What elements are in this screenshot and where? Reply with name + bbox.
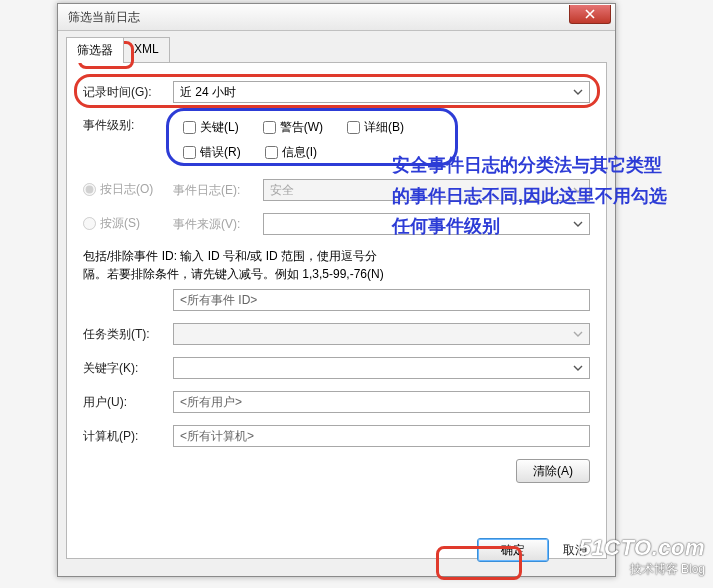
row-time: 记录时间(G): 近 24 小时 xyxy=(83,81,590,103)
label-keywords: 关键字(K): xyxy=(83,360,173,377)
dialog-buttons: 确定 取消 xyxy=(66,538,607,562)
dialog-window: 筛选当前日志 筛选器 XML 记录时间(G): 近 24 小时 xyxy=(57,3,616,577)
chevron-down-icon xyxy=(571,183,585,197)
label-computer: 计算机(P): xyxy=(83,428,173,445)
ok-button[interactable]: 确定 xyxy=(477,538,549,562)
combo-task-category xyxy=(173,323,590,345)
chk-information[interactable]: 信息(I) xyxy=(265,144,317,161)
close-button[interactable] xyxy=(569,5,611,24)
label-levels: 事件级别: xyxy=(83,115,173,134)
chk-verbose[interactable]: 详细(B) xyxy=(347,119,404,136)
window-title: 筛选当前日志 xyxy=(58,9,140,26)
combo-time-value: 近 24 小时 xyxy=(180,84,236,101)
chk-error[interactable]: 错误(R) xyxy=(183,144,241,161)
chevron-down-icon xyxy=(571,327,585,341)
tab-filter[interactable]: 筛选器 xyxy=(66,37,124,63)
label-event-source: 事件来源(V): xyxy=(173,216,263,233)
row-levels: 事件级别: 关键(L) 警告(W) 详细(B) 错误(R) 信息(I) xyxy=(83,115,590,167)
chevron-down-icon xyxy=(571,217,585,231)
combo-event-source[interactable] xyxy=(263,213,590,235)
combo-keywords[interactable] xyxy=(173,357,590,379)
combo-event-log: 安全 xyxy=(263,179,590,201)
titlebar[interactable]: 筛选当前日志 xyxy=(58,4,615,31)
tab-xml[interactable]: XML xyxy=(123,37,170,63)
tabstrip: 筛选器 XML xyxy=(66,37,607,63)
input-user[interactable]: <所有用户> xyxy=(173,391,590,413)
radio-bysource[interactable]: 按源(S) xyxy=(83,215,140,232)
radio-bylog-wrap: 按日志(O) xyxy=(83,181,173,199)
input-event-id[interactable]: <所有事件 ID> xyxy=(173,289,590,311)
radio-bysource-wrap: 按源(S) xyxy=(83,215,173,233)
clear-button[interactable]: 清除(A) xyxy=(516,459,590,483)
row-user: 用户(U): <所有用户> xyxy=(83,391,590,413)
radio-bylog[interactable]: 按日志(O) xyxy=(83,181,153,198)
row-computer: 计算机(P): <所有计算机> xyxy=(83,425,590,447)
chevron-down-icon xyxy=(571,361,585,375)
row-keywords: 关键字(K): xyxy=(83,357,590,379)
level-group: 关键(L) 警告(W) 详细(B) 错误(R) 信息(I) xyxy=(173,115,414,167)
close-icon xyxy=(585,9,595,19)
chevron-down-icon xyxy=(571,85,585,99)
chk-warning[interactable]: 警告(W) xyxy=(263,119,323,136)
combo-time[interactable]: 近 24 小时 xyxy=(173,81,590,103)
label-time: 记录时间(G): xyxy=(83,84,173,101)
combo-event-log-value: 安全 xyxy=(270,182,294,199)
row-clear: 清除(A) xyxy=(83,459,590,483)
help-include-exclude: 包括/排除事件 ID: 输入 ID 号和/或 ID 范围，使用逗号分隔。若要排除… xyxy=(83,247,393,283)
chk-critical[interactable]: 关键(L) xyxy=(183,119,239,136)
tab-panel: 记录时间(G): 近 24 小时 事件级别: 关键(L) 警告(W) 详细(B) xyxy=(66,62,607,559)
input-computer[interactable]: <所有计算机> xyxy=(173,425,590,447)
label-event-log: 事件日志(E): xyxy=(173,182,263,199)
client-area: 筛选器 XML 记录时间(G): 近 24 小时 事件级别: 关键(L xyxy=(66,37,607,568)
label-user: 用户(U): xyxy=(83,394,173,411)
row-bylog: 按日志(O) 事件日志(E): 安全 xyxy=(83,179,590,201)
row-task-category: 任务类别(T): xyxy=(83,323,590,345)
cancel-button[interactable]: 取消 xyxy=(563,542,587,559)
row-eventid: <所有事件 ID> xyxy=(83,289,590,311)
row-bysource: 按源(S) 事件来源(V): xyxy=(83,213,590,235)
label-task-category: 任务类别(T): xyxy=(83,326,173,343)
